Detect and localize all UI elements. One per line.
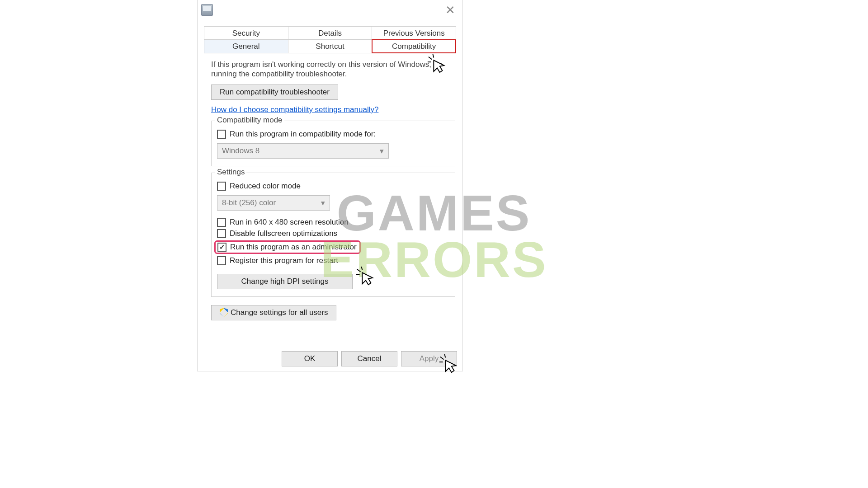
disable-fullscreen-label: Disable fullscreen optimizations [230,229,337,238]
run-as-admin-highlight: Run this program as an administrator [214,240,361,254]
low-res-checkbox[interactable] [217,218,226,227]
run-troubleshooter-button[interactable]: Run compatibility troubleshooter [211,84,338,100]
ok-button[interactable]: OK [282,351,338,366]
dialog-footer: OK Cancel Apply [282,351,457,366]
tab-general[interactable]: General [204,39,288,53]
close-icon[interactable]: ✕ [442,2,459,18]
change-dpi-button[interactable]: Change high DPI settings [217,274,353,289]
manual-settings-link[interactable]: How do I choose compatibility settings m… [211,105,378,114]
compatibility-mode-group: Compatibility mode Run this program in c… [211,121,455,166]
disable-fullscreen-checkbox[interactable] [217,229,226,238]
properties-dialog: ✕ Security Details Previous Versions Gen… [197,0,463,371]
settings-legend: Settings [215,168,246,177]
tab-previous-versions[interactable]: Previous Versions [372,26,456,40]
compat-mode-label: Run this program in compatibility mode f… [230,130,376,139]
run-as-admin-label: Run this program as an administrator [230,243,357,252]
register-restart-label: Register this program for restart [230,256,338,265]
tab-compatibility[interactable]: Compatibility [372,39,456,53]
tab-strip: Security Details Previous Versions Gener… [204,26,456,53]
run-as-admin-checkbox[interactable] [217,243,226,252]
apply-button[interactable]: Apply [401,351,457,366]
compat-mode-dropdown[interactable]: Windows 8 [217,143,389,159]
register-restart-checkbox[interactable] [217,256,226,265]
compat-mode-checkbox[interactable] [217,130,226,139]
cancel-button[interactable]: Cancel [341,351,397,366]
color-depth-dropdown[interactable]: 8-bit (256) color [217,195,330,211]
reduced-color-label: Reduced color mode [230,182,301,191]
app-icon [201,4,213,16]
uac-shield-icon [220,308,228,317]
compat-mode-legend: Compatibility mode [215,116,284,125]
tab-shortcut[interactable]: Shortcut [288,39,373,53]
intro-text: If this program isn't working correctly … [211,60,455,79]
reduced-color-checkbox[interactable] [217,182,226,191]
tab-security[interactable]: Security [204,26,288,40]
settings-group: Settings Reduced color mode 8-bit (256) … [211,173,455,297]
tab-content: If this program isn't working correctly … [198,53,462,320]
tab-details[interactable]: Details [288,26,373,40]
low-res-label: Run in 640 x 480 screen resolution [230,218,349,227]
titlebar: ✕ [198,0,462,20]
change-all-users-button[interactable]: Change settings for all users [211,305,336,320]
change-all-users-label: Change settings for all users [231,308,328,317]
